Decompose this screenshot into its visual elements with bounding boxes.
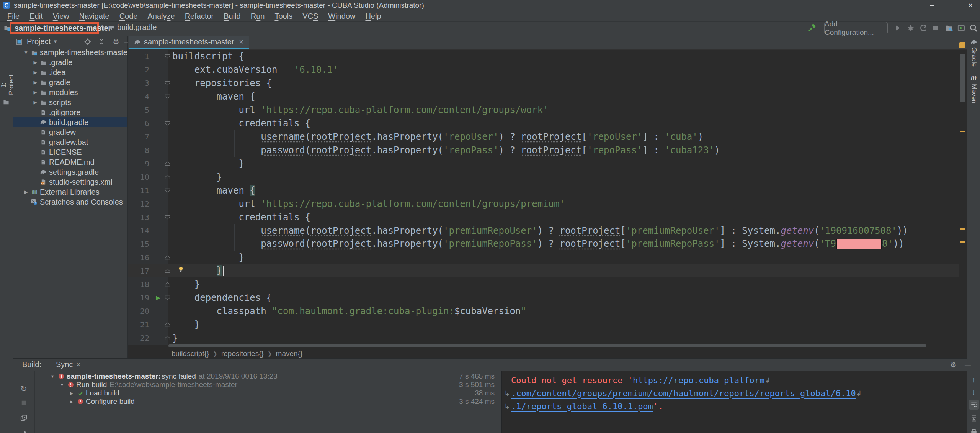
menu-item-window[interactable]: Window xyxy=(323,12,360,21)
warning-marker[interactable] xyxy=(960,228,965,230)
expand-arrow-icon[interactable]: ▶ xyxy=(31,80,39,85)
scroll-to-end-icon[interactable] xyxy=(969,413,979,423)
code-line-11[interactable]: 11 maven { xyxy=(128,184,959,197)
code-line-2[interactable]: 2 ext.cubaVersion = '6.10.1' xyxy=(128,63,959,76)
breadcrumb-project[interactable]: sample-timesheets-master xyxy=(10,22,99,34)
code-line-12[interactable]: 12 url 'https://repo.cuba-platform.com/c… xyxy=(128,197,959,210)
console-url-link[interactable]: .com/content/groups/premium/com/haulmont… xyxy=(511,389,856,398)
close-button[interactable]: ✕ xyxy=(961,0,980,11)
code-line-15[interactable]: 15 password(rootProject.hasProperty('pre… xyxy=(128,237,959,251)
editor-tab[interactable]: sample-timesheets-master ✕ xyxy=(129,36,249,49)
fold-region-start-icon[interactable] xyxy=(165,94,170,99)
expand-arrow-icon[interactable]: ▼ xyxy=(22,50,30,55)
fold-region-end-icon[interactable] xyxy=(165,336,170,340)
fold-region-start-icon[interactable] xyxy=(165,54,170,59)
code-line-18[interactable]: 18 } xyxy=(128,277,959,291)
maximize-button[interactable] xyxy=(942,0,961,11)
prev-message-icon[interactable]: ↑ xyxy=(969,375,979,385)
code-line-14[interactable]: 14 username(rootProject.hasProperty('pre… xyxy=(128,224,959,237)
add-configuration-button[interactable]: Add Configuration... xyxy=(824,22,888,34)
project-tree-item-studio-settings-xml[interactable]: studio-settings.xml xyxy=(13,177,127,187)
run-icon[interactable] xyxy=(893,23,903,33)
stop-icon[interactable] xyxy=(19,398,28,407)
code-line-9[interactable]: 9 } xyxy=(128,157,959,170)
expand-arrow-icon[interactable]: ▶ xyxy=(31,90,39,95)
build-tree-row-sync-failed[interactable]: ▼sample-timesheets-master:sync failedat … xyxy=(34,372,278,381)
refresh-sync-icon[interactable]: ↻ xyxy=(19,384,28,394)
fold-region-end-icon[interactable] xyxy=(165,161,170,166)
code-line-22[interactable]: 22} xyxy=(128,331,959,344)
run-gutter-icon[interactable]: ▶ xyxy=(156,294,160,301)
project-structure-icon[interactable] xyxy=(944,23,954,33)
fold-region-start-icon[interactable] xyxy=(165,188,170,193)
fold-region-end-icon[interactable] xyxy=(165,255,170,260)
soft-wrap-icon[interactable] xyxy=(969,400,979,410)
show-tasks-icon[interactable] xyxy=(19,413,28,423)
project-tree-item-gradlew[interactable]: gradlew xyxy=(13,127,127,137)
project-panel-title[interactable]: Project xyxy=(27,37,51,46)
maven-stripe-tab[interactable]: m Maven xyxy=(967,74,980,103)
project-tree-item--gitignore[interactable]: .gitignore xyxy=(13,107,127,117)
menu-item-analyze[interactable]: Analyze xyxy=(142,12,180,21)
horizontal-scrollbar[interactable] xyxy=(128,344,959,348)
sync-tab[interactable]: Sync ✕ xyxy=(56,360,81,369)
editor-area[interactable]: sample-timesheets-master ✕ 1buildscript … xyxy=(128,36,967,358)
project-stripe-tab[interactable]: 1: Project xyxy=(0,72,13,98)
code-line-10[interactable]: 10 } xyxy=(128,170,959,184)
code-line-17[interactable]: 17 } xyxy=(128,264,959,277)
code-line-5[interactable]: 5 url 'https://repo.cuba-platform.com/co… xyxy=(128,103,959,116)
code-content[interactable]: 1buildscript {2 ext.cubaVersion = '6.10.… xyxy=(128,49,959,345)
editor-breadcrumb-item[interactable]: maven{} xyxy=(276,349,303,358)
code-line-21[interactable]: 21 } xyxy=(128,318,959,331)
build-tree-row-run-build[interactable]: ▼Run buildE:\code\web\sample-timesheets-… xyxy=(34,381,237,389)
project-tree-item-modules[interactable]: ▶modules xyxy=(13,87,127,97)
console-url-link[interactable]: .1/reports-global-6.10.1.pom xyxy=(511,402,653,411)
expand-arrow-icon[interactable]: ▶ xyxy=(22,189,30,195)
gear-icon[interactable]: ⚙ xyxy=(949,360,958,369)
fold-region-end-icon[interactable] xyxy=(165,282,170,287)
build-error-console[interactable]: ↑ ↓ Could not get resource 'https://repo… xyxy=(501,371,967,433)
build-tree-row-load-build[interactable]: ▶Load build xyxy=(34,389,119,397)
code-line-3[interactable]: 3 repositories { xyxy=(128,76,959,90)
build-hammer-icon[interactable] xyxy=(807,23,817,33)
hscroll-thumb[interactable] xyxy=(168,344,926,347)
tab-close-icon[interactable]: ✕ xyxy=(239,38,244,46)
warning-marker[interactable] xyxy=(960,131,965,132)
code-line-4[interactable]: 4 maven { xyxy=(128,90,959,103)
code-line-8[interactable]: 8 password(rootProject.hasProperty('repo… xyxy=(128,143,959,157)
breadcrumb-file[interactable]: build.gradle xyxy=(108,23,157,32)
fold-region-start-icon[interactable] xyxy=(165,215,170,220)
expand-arrow-icon[interactable]: ▶ xyxy=(31,60,39,65)
project-tree-item-readme-md[interactable]: README.md xyxy=(13,157,127,167)
hide-panel-icon[interactable]: — xyxy=(963,360,972,369)
build-tree-row-configure-build[interactable]: ▶Configure build xyxy=(34,397,135,406)
menu-item-edit[interactable]: Edit xyxy=(24,12,47,21)
menu-item-code[interactable]: Code xyxy=(114,12,143,21)
project-tree-item--idea[interactable]: ▶.idea xyxy=(13,67,127,77)
code-line-20[interactable]: 20 classpath "com.haulmont.gradle:cuba-p… xyxy=(128,304,959,318)
debug-bug-icon[interactable] xyxy=(906,23,916,33)
print-icon[interactable] xyxy=(969,427,979,433)
menu-item-refactor[interactable]: Refactor xyxy=(180,12,219,21)
collapse-all-icon[interactable] xyxy=(97,38,106,46)
editor-breadcrumb-item[interactable]: buildscript{} xyxy=(172,349,209,358)
vertical-scrollbar[interactable] xyxy=(959,49,967,345)
stop-icon[interactable] xyxy=(930,23,940,33)
console-url-link[interactable]: https://repo.cuba-platform xyxy=(633,376,764,385)
project-tree-item-external-libraries[interactable]: ▶External Libraries xyxy=(13,187,127,197)
fold-region-start-icon[interactable] xyxy=(165,295,170,300)
intention-bulb-icon[interactable] xyxy=(178,266,184,273)
gradle-stripe-tab[interactable]: Gradle xyxy=(967,39,980,67)
code-line-6[interactable]: 6 credentials { xyxy=(128,116,959,130)
vscroll-thumb[interactable] xyxy=(960,54,965,102)
search-everywhere-icon[interactable] xyxy=(969,23,978,33)
fold-region-end-icon[interactable] xyxy=(165,322,170,327)
warning-marker[interactable] xyxy=(960,241,965,243)
project-tree-item-gradle[interactable]: ▶gradle xyxy=(13,77,127,87)
project-tree-item-license[interactable]: LICENSE xyxy=(13,147,127,157)
code-line-7[interactable]: 7 username(rootProject.hasProperty('repo… xyxy=(128,130,959,143)
pin-icon[interactable] xyxy=(19,429,28,433)
code-line-13[interactable]: 13 credentials { xyxy=(128,210,959,224)
expand-arrow-icon[interactable]: ▶ xyxy=(67,391,76,396)
code-line-1[interactable]: 1buildscript { xyxy=(128,49,959,63)
